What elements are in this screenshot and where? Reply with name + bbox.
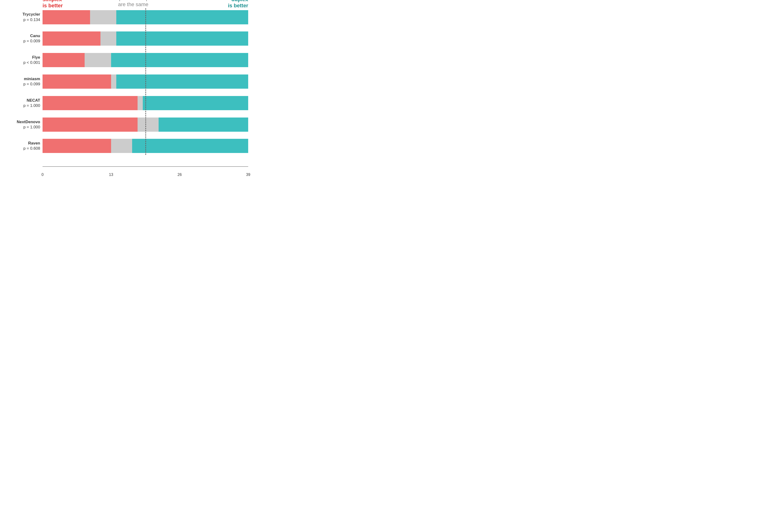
- duplex-segment: [111, 53, 248, 67]
- x-tick-label: 39: [246, 173, 250, 177]
- same-segment: [100, 32, 116, 46]
- simplex-segment: [43, 53, 85, 67]
- x-axis-title: Assembly count: [43, 177, 248, 177]
- duplex-segment: [143, 96, 248, 110]
- same-segment: [90, 10, 116, 25]
- simplex-segment: [43, 117, 138, 132]
- bar-label: Canup = 0.009: [6, 33, 40, 44]
- bars-container: Trycyclerp = 0.134simplexis bettersimple…: [43, 8, 248, 155]
- x-axis: [43, 166, 248, 167]
- simplex-segment: [43, 96, 138, 110]
- simplex-segment: [43, 32, 100, 46]
- chart-container: Trycyclerp = 0.134simplexis bettersimple…: [5, 4, 255, 174]
- duplex-segment: [159, 117, 248, 132]
- annotations-row: simplexis bettersimplex and duplexare th…: [43, 0, 248, 8]
- chart-area: Trycyclerp = 0.134simplexis bettersimple…: [43, 8, 248, 155]
- simplex-segment: [43, 10, 90, 25]
- duplex-segment: [116, 32, 248, 46]
- x-tick-label: 0: [42, 173, 44, 177]
- same-annotation: simplex and duplexare the same: [100, 0, 166, 8]
- bar-label: Ravenp = 0.608: [6, 141, 40, 151]
- bar-label: NECATp = 1.000: [6, 98, 40, 108]
- duplex-segment: [116, 75, 248, 89]
- same-segment: [85, 53, 111, 67]
- bar-label: Trycyclerp = 0.134: [6, 12, 40, 22]
- bar-label: Flyep < 0.001: [6, 55, 40, 65]
- same-segment: [111, 75, 116, 89]
- bar-label: NextDenovop = 1.000: [6, 119, 40, 130]
- x-tick-label: 13: [109, 173, 113, 177]
- duplex-segment: [132, 139, 248, 153]
- same-segment: [138, 96, 143, 110]
- simplex-annotation: simplexis better: [43, 0, 80, 9]
- bar-label: miniasmp = 0.099: [6, 77, 40, 87]
- simplex-segment: [43, 139, 111, 153]
- duplex-annotation: duplexis better: [201, 0, 248, 9]
- duplex-segment: [116, 10, 248, 25]
- same-segment: [138, 117, 159, 132]
- simplex-segment: [43, 75, 111, 89]
- dashed-reference-line: [145, 8, 146, 155]
- same-segment: [111, 139, 132, 153]
- x-tick-label: 26: [178, 173, 182, 177]
